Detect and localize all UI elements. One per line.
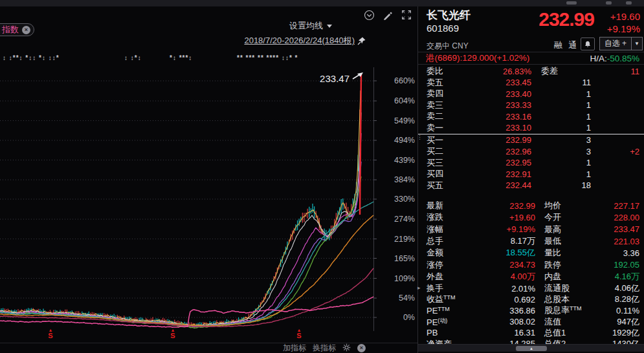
- stat-row: 外盘4.00万内盘4.16万: [418, 271, 644, 283]
- level-label: 买五: [427, 180, 463, 191]
- switch-indicator-button[interactable]: 换指标: [313, 343, 336, 353]
- commission-ratio-label: 委比: [427, 65, 463, 77]
- stat-value: 3.36: [595, 248, 639, 258]
- stat-value: 8.17万: [468, 235, 535, 247]
- stat-value: 221.03: [595, 237, 639, 246]
- bid-row[interactable]: 买四232.911: [418, 168, 644, 180]
- app-window: 660%604%549%494%439%384%330%274%219%165%…: [0, 0, 644, 353]
- quote-panel: ⋮ ▸ 长飞光纤 601869 232.99 +19.60 +9.19% 交易中…: [417, 6, 644, 353]
- titlebar-segment: [626, 1, 632, 5]
- alert-bell-button[interactable]: [581, 37, 595, 50]
- stat-label: 最低: [535, 235, 595, 247]
- svg-text:219%: 219%: [394, 235, 415, 244]
- ma-settings-label: 设置均线: [289, 20, 323, 32]
- level-volume: 3: [531, 147, 591, 156]
- margin-badges: 融 通: [554, 39, 577, 51]
- stat-row: 涨幅+9.19%最高233.47: [418, 224, 644, 235]
- level-extra: +2: [591, 147, 639, 156]
- stat-value: 234.73: [468, 260, 535, 270]
- dropdown-arrow-icon[interactable]: ▼: [632, 41, 642, 47]
- level-price: 233.33: [463, 100, 531, 110]
- level-label: 卖四: [427, 88, 463, 100]
- level-label: 买三: [427, 157, 463, 169]
- stat-label: PETTM: [427, 306, 468, 316]
- stat-value: 336.86: [468, 306, 535, 316]
- ask-row[interactable]: 卖一233.101: [418, 122, 644, 134]
- tab-index-overlay[interactable]: 指数 ×: [0, 23, 34, 36]
- order-book: 委比 26.83% 委差 11 卖五233.4511卖四233.401卖三233…: [418, 65, 644, 191]
- stat-label: 量比: [535, 247, 595, 259]
- stat-value: 4.00万: [468, 271, 535, 283]
- level-volume: 1: [531, 112, 591, 122]
- ask-row[interactable]: 卖四233.401: [418, 88, 644, 100]
- level-price: 232.96: [463, 147, 531, 156]
- level-volume: 11: [531, 78, 591, 87]
- stat-row: PB16.31总值11929亿: [418, 327, 644, 338]
- stat-value: 0.11%: [595, 306, 639, 316]
- ask-row[interactable]: 卖五233.4511: [418, 77, 644, 89]
- badge-margin[interactable]: 融: [554, 39, 562, 51]
- close-indicator-icon[interactable]: ×: [357, 344, 366, 352]
- quote-stats-block-2: 换手2.01%流通股4.06亿收益TTM0.692总股本8.28亿PETTM33…: [418, 283, 644, 349]
- stat-row: 总手8.17万最低221.03: [418, 235, 644, 247]
- svg-text:384%: 384%: [394, 175, 415, 184]
- pin-icon[interactable]: [357, 37, 366, 45]
- stat-row: PE(动)308.02流值947亿: [418, 316, 644, 327]
- stat-value: 192.05: [595, 260, 639, 270]
- stat-label: PB: [427, 328, 468, 337]
- svg-text:S: S: [296, 332, 301, 339]
- stat-label: 跌停: [535, 259, 595, 271]
- level-volume: 18: [531, 180, 591, 190]
- bid-row[interactable]: 买三232.951: [418, 157, 644, 169]
- add-watchlist-button[interactable]: 自选 + ▼: [599, 37, 643, 50]
- change-value: +19.60: [607, 10, 640, 23]
- stat-value: 233.47: [595, 224, 639, 234]
- svg-text:S: S: [170, 332, 175, 339]
- collapse-circle-icon[interactable]: [363, 9, 375, 21]
- level-label: 买二: [427, 145, 463, 157]
- ask-row[interactable]: 卖二233.161: [418, 111, 644, 122]
- level-label: 卖三: [427, 100, 463, 111]
- badge-connect[interactable]: 通: [568, 39, 577, 51]
- ask-row[interactable]: 卖三233.331: [418, 100, 644, 111]
- stat-value: 4.16万: [595, 271, 639, 283]
- stat-value: 232.99: [468, 201, 535, 211]
- close-icon[interactable]: ×: [22, 26, 30, 34]
- stat-value: +19.60: [468, 213, 535, 222]
- collapse-arrow-icon[interactable]: ▲: [516, 346, 547, 351]
- panel-collapse-handle[interactable]: ▲: [418, 344, 644, 352]
- tab-label: 指数: [2, 24, 19, 36]
- level-price: 232.99: [463, 135, 531, 145]
- stat-value: 227.17: [595, 201, 639, 211]
- stat-label: 流值: [535, 316, 595, 328]
- bid-row[interactable]: 买二232.963+2: [418, 145, 644, 157]
- level-label: 买四: [427, 168, 463, 180]
- watchlist-label: 自选 +: [600, 38, 631, 49]
- ha-premium-label: H/A:: [590, 54, 606, 63]
- level-volume: 3: [531, 135, 591, 145]
- stat-value: 18.55亿: [468, 247, 535, 259]
- fullscreen-icon[interactable]: [401, 9, 412, 21]
- date-range-text: 2018/7/20-2026/2/24(1840根): [244, 35, 355, 47]
- level-volume: 1: [531, 123, 591, 133]
- level-volume: 1: [531, 89, 591, 99]
- svg-text:233.47: 233.47: [320, 73, 350, 84]
- kline-chart-pane[interactable]: 660%604%549%494%439%384%330%274%219%165%…: [0, 6, 417, 353]
- commission-diff-value: 11: [558, 67, 639, 76]
- svg-text:109%: 109%: [394, 274, 415, 283]
- bid-row[interactable]: 买五232.4418: [418, 180, 644, 191]
- event-marker-group: ↕ ↕*↕: [124, 54, 142, 61]
- stat-row: 涨停234.73跌停192.05: [418, 259, 644, 270]
- svg-text:439%: 439%: [394, 156, 415, 165]
- draw-pen-icon[interactable]: [382, 9, 394, 21]
- level-label: 买一: [427, 134, 463, 146]
- stat-label: 总值1: [535, 327, 595, 339]
- add-indicator-button[interactable]: 加指标: [283, 343, 306, 353]
- date-range-link[interactable]: 2018/7/20-2026/2/24(1840根): [244, 35, 366, 47]
- gear-icon[interactable]: [342, 343, 351, 353]
- event-marker-group: ↕ ↕**↕ *↕↕ *↕ ↕↕*: [3, 54, 60, 61]
- hk-quote-row[interactable]: 港(6869):129.000(+1.02%) H/A: -50.85%: [418, 52, 644, 65]
- last-price: 232.99: [539, 8, 594, 30]
- bid-row[interactable]: 买一232.993: [418, 134, 644, 146]
- ma-settings-button[interactable]: 设置均线: [289, 20, 332, 32]
